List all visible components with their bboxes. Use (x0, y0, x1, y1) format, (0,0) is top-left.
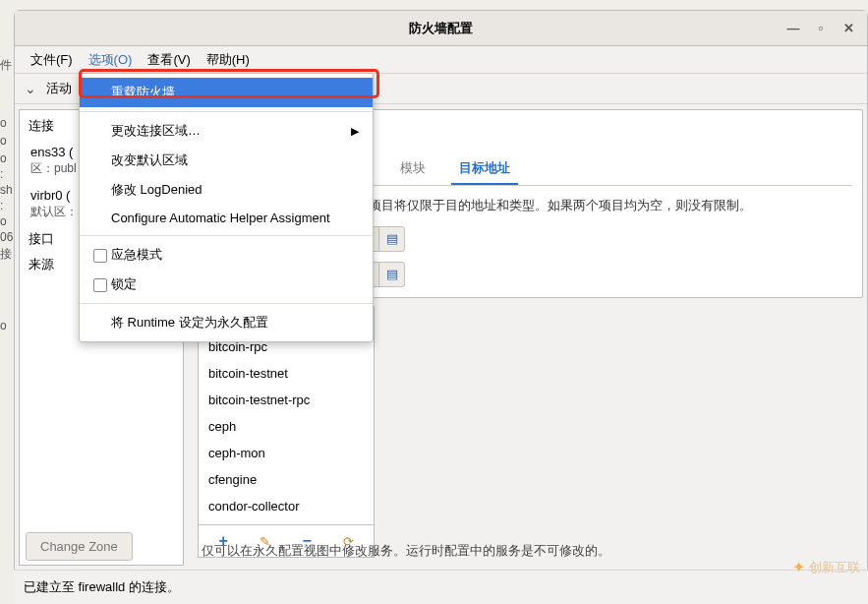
close-button[interactable]: ✕ (838, 18, 859, 39)
runtime-perm-label: 将 Runtime 设定为永久配置 (111, 314, 268, 332)
crop-frag: o (0, 214, 13, 228)
menu-separator (80, 303, 373, 304)
menu-separator (80, 111, 373, 112)
service-list-panel: bitcoinbitcoin-rpcbitcoin-testnetbitcoin… (198, 306, 375, 558)
menu-options[interactable]: 选项(O) (81, 47, 141, 73)
menu-panic-mode[interactable]: 应急模式 (80, 240, 373, 270)
service-item[interactable]: ceph (199, 413, 374, 440)
change-default-label: 改变默认区域 (111, 151, 188, 169)
panic-checkbox[interactable] (93, 249, 107, 263)
crop-frag: : (0, 199, 13, 212)
lockdown-label: 锁定 (111, 275, 137, 293)
menu-file[interactable]: 文件(F) (23, 47, 81, 73)
menu-reload-firewall[interactable]: 重载防火墙 (80, 78, 373, 107)
chevron-down-icon[interactable]: ⌄ (25, 81, 36, 96)
change-zone-button[interactable]: Change Zone (26, 532, 133, 561)
options-dropdown: 重载防火墙 更改连接区域… ▶ 改变默认区域 修改 LogDenied Conf… (79, 73, 374, 342)
crop-frag: 件 (0, 57, 13, 74)
service-item[interactable]: cfengine (199, 466, 374, 493)
ipv4-edit-icon[interactable]: ▤ (378, 227, 404, 251)
crop-frag: 接 (0, 246, 13, 263)
service-item[interactable]: bitcoin-testnet (199, 360, 374, 387)
maximize-button[interactable]: ▫ (810, 18, 832, 39)
menu-view[interactable]: 查看(V) (140, 47, 198, 73)
window-controls: — ▫ ✕ (782, 18, 859, 39)
logdenied-label: 修改 LogDenied (111, 181, 203, 199)
crop-frag: sh (0, 183, 13, 197)
menu-modify-logdenied[interactable]: 修改 LogDenied (80, 175, 373, 205)
crop-frag: o (0, 134, 13, 148)
tab-module[interactable]: 模块 (392, 153, 434, 185)
menu-auto-helper[interactable]: Configure Automatic Helper Assigment (80, 205, 373, 231)
tab-dest-addr[interactable]: 目标地址 (451, 153, 518, 185)
title-bar: 防火墙配置 — ▫ ✕ (15, 11, 867, 46)
menu-change-default-zone[interactable]: 改变默认区域 (80, 146, 373, 175)
panic-label: 应急模式 (111, 246, 162, 264)
status-bar: 已建立至 firewalld 的连接。 (14, 570, 868, 604)
ipv6-edit-icon[interactable]: ▤ (378, 263, 404, 286)
minimize-button[interactable]: — (782, 18, 804, 39)
menu-bar: 文件(F) 选项(O) 查看(V) 帮助(H) (15, 46, 867, 74)
permanent-config-note: 仅可以在永久配置视图中修改服务。运行时配置中的服务是不可修改的。 (202, 542, 859, 560)
service-item[interactable]: ceph-mon (199, 440, 374, 466)
change-zone-wrap: Change Zone (26, 532, 133, 561)
reload-label: 重载防火墙 (111, 84, 175, 101)
lockdown-checkbox[interactable] (93, 278, 107, 292)
watermark: ✦ 创新互联 (792, 558, 860, 576)
crop-frag: : (0, 167, 13, 181)
service-item[interactable]: bitcoin-testnet-rpc (199, 387, 374, 413)
menu-lockdown[interactable]: 锁定 (80, 270, 373, 299)
crop-frag: o (0, 116, 13, 130)
watermark-text: 创新互联 (809, 559, 860, 576)
menu-help[interactable]: 帮助(H) (199, 47, 258, 73)
watermark-icon: ✦ (792, 558, 805, 576)
crop-frag: o (0, 319, 13, 332)
crop-frag: 06 (0, 230, 13, 244)
service-item[interactable]: condor-collector (199, 493, 374, 519)
crop-frag: o (0, 151, 13, 165)
active-label: 活动 (46, 80, 72, 97)
change-zone-label: 更改连接区域… (111, 122, 201, 140)
window-title: 防火墙配置 (409, 20, 473, 37)
submenu-arrow-icon: ▶ (351, 125, 359, 138)
menu-runtime-to-permanent[interactable]: 将 Runtime 设定为永久配置 (80, 308, 373, 337)
menu-change-connection-zone[interactable]: 更改连接区域… ▶ (80, 116, 373, 146)
menu-separator (80, 235, 373, 236)
auto-helper-label: Configure Automatic Helper Assigment (111, 211, 330, 225)
